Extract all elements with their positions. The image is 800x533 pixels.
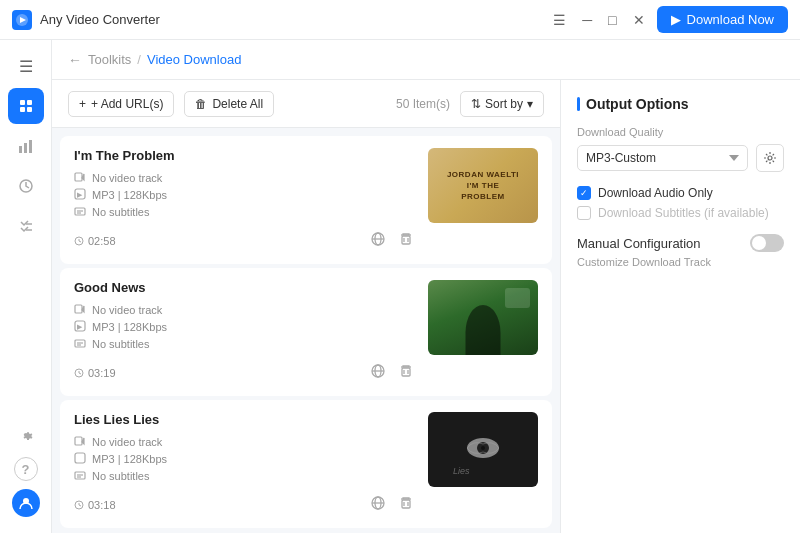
thumbnail-1: JORDAN WAELTII'M THEPROBLEM [428,148,538,223]
sidebar-item-settings[interactable] [8,417,44,453]
title-bar-left: Any Video Converter [12,10,160,30]
globe-button-1[interactable] [368,229,388,252]
app-icon [12,10,32,30]
sidebar-item-home[interactable] [8,88,44,124]
video-duration-1: 02:58 [74,235,116,247]
download-now-button[interactable]: ▶ Download Now [657,6,788,33]
svg-rect-5 [27,107,32,112]
title-bar: Any Video Converter ☰ ─ □ ✕ ▶ Download N… [0,0,800,40]
subtitle-icon-1 [74,205,86,219]
meta-audio-3: MP3 | 128Kbps [74,452,416,466]
delete-all-button[interactable]: 🗑 Delete All [184,91,274,117]
sidebar-item-analytics[interactable] [8,128,44,164]
video-title-1: I'm The Problem [74,148,416,163]
quality-row: MP3-Custom MP3-128Kbps MP3-320Kbps AAC-C… [577,144,784,172]
music-icon-1: ▶ [74,188,86,202]
svg-rect-4 [20,107,25,112]
delete-button-2[interactable] [396,361,416,384]
manual-config-section: Manual Configuration Customize Download … [577,234,784,268]
thumbnail-2 [428,280,538,355]
subtitles-checkbox[interactable] [577,206,591,220]
video-icon-1 [74,171,86,185]
audio-only-row[interactable]: ✓ Download Audio Only [577,186,784,200]
svg-rect-13 [75,173,82,181]
app-title: Any Video Converter [40,12,160,27]
audio-only-checkbox[interactable]: ✓ [577,186,591,200]
content-area: ← Toolkits / Video Download + + Add URL(… [52,40,800,533]
sidebar-item-history[interactable] [8,168,44,204]
globe-button-3[interactable] [368,493,388,516]
thumbnail-3: Lies [428,412,538,487]
table-row[interactable]: Good News No video track [60,268,552,396]
svg-point-56 [481,446,485,450]
video-meta-2: No video track ▶ MP3 | 128Kbps [74,303,416,351]
footer-actions-2 [368,361,416,384]
list-toolbar: + + Add URL(s) 🗑 Delete All 50 Item(s) ⇅… [52,80,560,128]
subtitles-row[interactable]: Download Subtitles (if available) [577,206,784,220]
nav-bar: ← Toolkits / Video Download [52,40,800,80]
minimize-button[interactable]: ─ [578,10,596,30]
output-options-title: Output Options [577,96,784,112]
quality-select[interactable]: MP3-Custom MP3-128Kbps MP3-320Kbps AAC-C… [577,145,748,171]
menu-button[interactable]: ☰ [549,10,570,30]
sort-arrow-icon: ▾ [527,97,533,111]
music-icon-3 [74,452,86,466]
window-controls: ☰ ─ □ ✕ ▶ Download Now [549,6,788,33]
table-row[interactable]: Lies Lies Lies No video track [60,400,552,528]
quality-label: Download Quality [577,126,784,138]
meta-subtitles-3: No subtitles [74,469,416,483]
delete-button-1[interactable] [396,229,416,252]
svg-text:▶: ▶ [77,323,83,330]
split-view: + + Add URL(s) 🗑 Delete All 50 Item(s) ⇅… [52,80,800,533]
audio-section: ✓ Download Audio Only Download Subtitles… [577,186,784,220]
close-button[interactable]: ✕ [629,10,649,30]
video-list: I'm The Problem No video track [52,128,560,533]
meta-video-track-2: No video track [74,303,416,317]
video-footer-2: 03:19 [74,361,416,384]
subtitles-label: Download Subtitles (if available) [598,206,769,220]
customize-download-label: Customize Download Track [577,256,784,268]
output-panel: Output Options Download Quality MP3-Cust… [560,80,800,533]
breadcrumb-current: Video Download [147,52,241,67]
svg-rect-38 [402,368,410,376]
meta-video-track-3: No video track [74,435,416,449]
footer-actions-3 [368,493,416,516]
music-icon-2: ▶ [74,320,86,334]
svg-rect-3 [27,100,32,105]
item-count: 50 Item(s) [396,97,450,111]
download-now-icon: ▶ [671,12,681,27]
add-url-button[interactable]: + + Add URL(s) [68,91,174,117]
breadcrumb-toolkits[interactable]: Toolkits [88,52,131,67]
maximize-button[interactable]: □ [604,10,620,30]
video-footer-3: 03:18 [74,493,416,516]
download-now-label: Download Now [687,12,774,27]
video-info-3: Lies Lies Lies No video track [74,412,416,516]
nav-back-button[interactable]: ← [68,52,82,68]
sort-icon: ⇅ [471,97,481,111]
manual-config-toggle[interactable] [750,234,784,252]
meta-subtitles-1: No subtitles [74,205,416,219]
meta-audio-2: ▶ MP3 | 128Kbps [74,320,416,334]
sort-button[interactable]: ⇅ Sort by ▾ [460,91,544,117]
video-info-2: Good News No video track [74,280,416,384]
svg-text:Lies: Lies [453,466,470,476]
svg-point-58 [768,156,772,160]
sidebar-item-tasks[interactable] [8,208,44,244]
svg-rect-6 [19,146,22,153]
table-row[interactable]: I'm The Problem No video track [60,136,552,264]
video-info-1: I'm The Problem No video track [74,148,416,252]
svg-rect-41 [75,437,82,445]
quality-section: Download Quality MP3-Custom MP3-128Kbps … [577,126,784,172]
svg-rect-24 [402,236,410,244]
quality-settings-button[interactable] [756,144,784,172]
svg-text:▶: ▶ [77,191,83,198]
globe-button-2[interactable] [368,361,388,384]
add-icon: + [79,97,86,111]
sidebar-item-help[interactable]: ? [14,457,38,481]
add-url-label: + Add URL(s) [91,97,163,111]
meta-subtitles-2: No subtitles [74,337,416,351]
sidebar-item-menu[interactable]: ☰ [8,48,44,84]
svg-rect-51 [402,500,410,508]
sidebar-item-profile[interactable] [8,485,44,521]
delete-button-3[interactable] [396,493,416,516]
